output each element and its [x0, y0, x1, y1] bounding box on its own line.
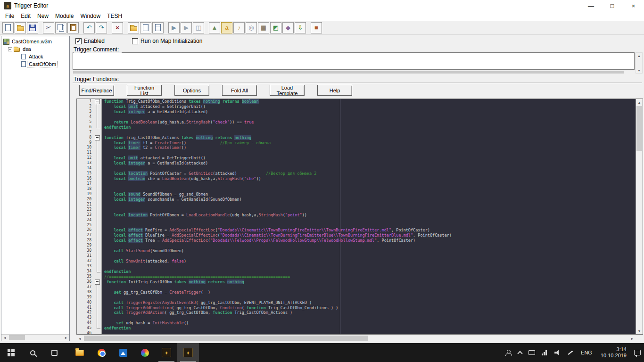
load-template-button[interactable]: Load Template [270, 85, 305, 96]
jass-code-editor[interactable]: 1function Trig_CastOfObm_Conditions take… [76, 99, 643, 335]
editor-hscroll-thumb[interactable] [84, 336, 368, 341]
find-replace-button[interactable]: Find/Replace [79, 85, 114, 96]
save-map-icon[interactable] [27, 22, 38, 33]
test-map-icon[interactable]: ■ [311, 22, 322, 33]
import-manager-icon[interactable]: ⇩ [295, 22, 306, 33]
convert-to-text-icon[interactable]: ◫ [193, 22, 204, 33]
code-line[interactable]: 43 [77, 315, 636, 321]
photos-app-button[interactable] [112, 343, 134, 362]
minimize-button[interactable]: — [580, 0, 602, 11]
fold-toggle[interactable] [93, 135, 102, 140]
trigger-comment-input[interactable] [73, 52, 635, 70]
action-center-button[interactable] [631, 343, 644, 362]
file-explorer-button[interactable] [69, 343, 91, 362]
code-line[interactable]: 27 local effect BlueFire = AddSpecialEff… [77, 233, 636, 238]
undo-icon[interactable]: ↶ [83, 22, 95, 33]
initially-on-icon[interactable]: ▶ [181, 22, 192, 33]
tree-item-map-root[interactable]: CastObmen.w3m [1, 38, 69, 45]
maximize-button[interactable]: □ [602, 0, 623, 11]
scroll-right-icon[interactable]: ► [63, 335, 69, 341]
scroll-up-icon[interactable]: ▲ [636, 99, 643, 106]
campaign-editor-icon[interactable]: ▦ [258, 22, 269, 33]
editor-vertical-scrollbar[interactable]: ▲ ▼ [636, 99, 643, 334]
code-line[interactable]: 29 [77, 243, 636, 248]
tree-horizontal-scrollbar[interactable]: ◄ ► [1, 334, 69, 341]
comment-vertical-scrollbar[interactable]: ▲ ▼ [636, 52, 643, 74]
people-button[interactable] [502, 343, 515, 362]
copy-icon[interactable] [55, 22, 66, 33]
options-button[interactable]: Options [174, 85, 209, 96]
redo-icon[interactable]: ↷ [96, 22, 107, 33]
code-line[interactable]: 36 function InitTrig_CastOfObm takes not… [77, 280, 636, 285]
taskbar-clock[interactable]: 3:14 10.10.2019 [596, 346, 631, 359]
tree-item-trigger[interactable]: Attack [1, 53, 69, 60]
world-editor-button[interactable]: ♦ [156, 343, 177, 362]
sound-editor-icon[interactable]: ♪ [233, 22, 245, 33]
code-line[interactable]: 38 set gg_trg_CastOfObm = CreateTrigger(… [77, 290, 636, 295]
network-button[interactable] [538, 343, 551, 362]
code-line[interactable]: 28 local effect Tree = AddSpecialEffectL… [77, 238, 636, 243]
code-line[interactable]: 21 [77, 202, 636, 207]
code-line[interactable]: 7 [77, 130, 636, 135]
code-line[interactable]: 35//====================================… [77, 274, 636, 280]
start-button[interactable] [0, 343, 22, 362]
pen-button[interactable] [564, 343, 577, 362]
code-line[interactable]: 17 [77, 181, 636, 187]
code-line[interactable]: 34endfunction [77, 269, 636, 274]
code-line[interactable]: 39 [77, 295, 636, 300]
enable-trigger-icon[interactable]: ▶ [168, 22, 180, 33]
code-line[interactable]: 26 local effect RedFire = AddSpecialEffe… [77, 228, 636, 233]
open-map-icon[interactable] [15, 22, 26, 33]
new-category-icon[interactable] [128, 22, 139, 33]
language-indicator[interactable]: ENG [577, 350, 596, 355]
code-line[interactable]: 3 local integer a = GetHandleId(attacked… [77, 109, 636, 115]
code-line[interactable]: 6endfunction [77, 125, 636, 130]
scroll-down-icon[interactable]: ▼ [637, 67, 641, 73]
scroll-left-icon[interactable]: ◄ [76, 335, 83, 342]
code-line[interactable]: 32 call ShowUnit(attacked, false) [77, 259, 636, 264]
code-area[interactable]: 1function Trig_CastOfObm_Conditions take… [77, 99, 636, 334]
scroll-left-icon[interactable]: ◄ [1, 335, 8, 341]
code-line[interactable]: 5 return LoadBoolean(udg_hash,a,StringHa… [77, 120, 636, 125]
comment-horizontal-scrollbar[interactable] [73, 71, 635, 74]
code-line[interactable]: 1function Trig_CastOfObm_Conditions take… [77, 99, 636, 104]
tree-expand-toggle[interactable] [8, 47, 12, 51]
code-line[interactable]: 24 [77, 218, 636, 223]
tree-scroll-track[interactable] [8, 335, 63, 341]
menu-file[interactable]: File [2, 12, 17, 20]
tray-expand-chevron-button[interactable] [515, 343, 525, 362]
code-line[interactable]: 46 [77, 331, 636, 334]
tree-scroll-thumb[interactable] [9, 335, 25, 340]
menu-module[interactable]: Module [52, 12, 77, 20]
terrain-editor-icon[interactable]: ▲ [209, 22, 220, 33]
code-line[interactable]: 31 [77, 254, 636, 259]
editor-hscroll-track[interactable] [83, 335, 629, 342]
cut-icon[interactable]: ✂ [43, 22, 54, 33]
code-line[interactable]: 15 local location PointOfCaster = GetUni… [77, 171, 636, 176]
code-line[interactable]: 44 set udg_hash = InitHashtable() [77, 321, 636, 326]
code-line[interactable]: 30 call StartSound(SoundOfObmen) [77, 248, 636, 254]
menu-edit[interactable]: Edit [17, 12, 34, 20]
function-list-button[interactable]: Function List [127, 85, 162, 96]
close-button[interactable]: × [623, 0, 644, 11]
search-button[interactable] [22, 343, 43, 362]
code-line[interactable]: 41 call TriggerAddCondition( gg_trg_Cast… [77, 305, 636, 311]
menu-window[interactable]: Window [77, 12, 104, 20]
code-line[interactable]: 45endfunction [77, 326, 636, 331]
code-line[interactable]: 40 call TriggerRegisterAnyUnitEventBJ( g… [77, 300, 636, 305]
code-line[interactable]: 37 [77, 285, 636, 290]
game-app-button[interactable] [134, 343, 156, 362]
code-line[interactable]: 4 [77, 115, 636, 120]
editor-vscroll-thumb[interactable] [636, 106, 642, 151]
code-line[interactable]: 25 [77, 223, 636, 228]
editor-horizontal-scrollbar[interactable]: ◄ ► [76, 335, 636, 342]
trigger-editor-taskbar-button[interactable]: ♦ [177, 343, 199, 362]
code-line[interactable]: 18 [77, 187, 636, 192]
tree-item-trigger[interactable]: CastOfObm [1, 60, 69, 68]
code-line[interactable]: 12 local unit attacked = GetTriggerUnit(… [77, 156, 636, 161]
code-line[interactable]: 10 local timer t2 = CreateTimer() [77, 145, 636, 150]
code-line[interactable]: 20 local integer soundhandle = GetHandle… [77, 197, 636, 202]
code-line[interactable]: 8function Trig_CastOfObm_Actions takes n… [77, 135, 636, 140]
code-line[interactable]: 11 [77, 150, 636, 156]
scroll-down-icon[interactable]: ▼ [636, 328, 643, 334]
